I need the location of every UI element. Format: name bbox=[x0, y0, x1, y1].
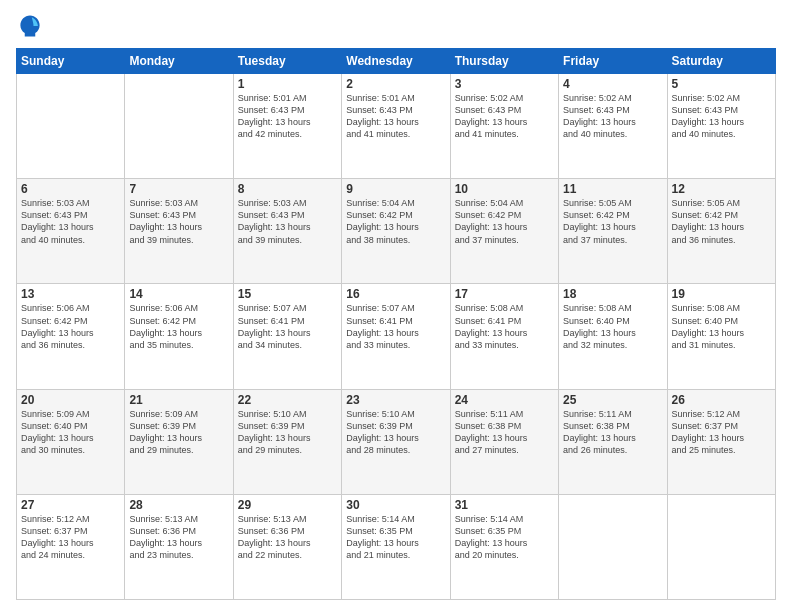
day-number: 2 bbox=[346, 77, 445, 91]
day-number: 17 bbox=[455, 287, 554, 301]
day-info: Sunrise: 5:14 AM Sunset: 6:35 PM Dayligh… bbox=[346, 513, 445, 562]
calendar-cell: 5Sunrise: 5:02 AM Sunset: 6:43 PM Daylig… bbox=[667, 74, 775, 179]
day-info: Sunrise: 5:02 AM Sunset: 6:43 PM Dayligh… bbox=[672, 92, 771, 141]
calendar-table: SundayMondayTuesdayWednesdayThursdayFrid… bbox=[16, 48, 776, 600]
day-number: 16 bbox=[346, 287, 445, 301]
weekday-header: Sunday bbox=[17, 49, 125, 74]
day-number: 11 bbox=[563, 182, 662, 196]
day-number: 4 bbox=[563, 77, 662, 91]
calendar-cell: 11Sunrise: 5:05 AM Sunset: 6:42 PM Dayli… bbox=[559, 179, 667, 284]
calendar-cell: 1Sunrise: 5:01 AM Sunset: 6:43 PM Daylig… bbox=[233, 74, 341, 179]
calendar-cell bbox=[559, 494, 667, 599]
day-number: 10 bbox=[455, 182, 554, 196]
calendar-cell: 21Sunrise: 5:09 AM Sunset: 6:39 PM Dayli… bbox=[125, 389, 233, 494]
day-number: 5 bbox=[672, 77, 771, 91]
weekday-header: Tuesday bbox=[233, 49, 341, 74]
calendar-cell: 25Sunrise: 5:11 AM Sunset: 6:38 PM Dayli… bbox=[559, 389, 667, 494]
weekday-header: Friday bbox=[559, 49, 667, 74]
header bbox=[16, 12, 776, 40]
day-info: Sunrise: 5:03 AM Sunset: 6:43 PM Dayligh… bbox=[238, 197, 337, 246]
calendar-cell: 27Sunrise: 5:12 AM Sunset: 6:37 PM Dayli… bbox=[17, 494, 125, 599]
weekday-header: Thursday bbox=[450, 49, 558, 74]
day-number: 25 bbox=[563, 393, 662, 407]
day-info: Sunrise: 5:13 AM Sunset: 6:36 PM Dayligh… bbox=[129, 513, 228, 562]
day-number: 19 bbox=[672, 287, 771, 301]
calendar-cell: 24Sunrise: 5:11 AM Sunset: 6:38 PM Dayli… bbox=[450, 389, 558, 494]
calendar-week-row: 1Sunrise: 5:01 AM Sunset: 6:43 PM Daylig… bbox=[17, 74, 776, 179]
calendar-cell: 8Sunrise: 5:03 AM Sunset: 6:43 PM Daylig… bbox=[233, 179, 341, 284]
calendar-cell: 12Sunrise: 5:05 AM Sunset: 6:42 PM Dayli… bbox=[667, 179, 775, 284]
calendar-cell: 30Sunrise: 5:14 AM Sunset: 6:35 PM Dayli… bbox=[342, 494, 450, 599]
day-number: 26 bbox=[672, 393, 771, 407]
calendar-cell: 26Sunrise: 5:12 AM Sunset: 6:37 PM Dayli… bbox=[667, 389, 775, 494]
day-number: 13 bbox=[21, 287, 120, 301]
day-info: Sunrise: 5:11 AM Sunset: 6:38 PM Dayligh… bbox=[455, 408, 554, 457]
day-number: 27 bbox=[21, 498, 120, 512]
day-info: Sunrise: 5:14 AM Sunset: 6:35 PM Dayligh… bbox=[455, 513, 554, 562]
day-info: Sunrise: 5:07 AM Sunset: 6:41 PM Dayligh… bbox=[346, 302, 445, 351]
day-number: 21 bbox=[129, 393, 228, 407]
day-number: 28 bbox=[129, 498, 228, 512]
calendar-cell: 7Sunrise: 5:03 AM Sunset: 6:43 PM Daylig… bbox=[125, 179, 233, 284]
day-info: Sunrise: 5:12 AM Sunset: 6:37 PM Dayligh… bbox=[672, 408, 771, 457]
day-number: 30 bbox=[346, 498, 445, 512]
calendar-cell: 18Sunrise: 5:08 AM Sunset: 6:40 PM Dayli… bbox=[559, 284, 667, 389]
day-number: 7 bbox=[129, 182, 228, 196]
day-info: Sunrise: 5:04 AM Sunset: 6:42 PM Dayligh… bbox=[455, 197, 554, 246]
day-info: Sunrise: 5:03 AM Sunset: 6:43 PM Dayligh… bbox=[21, 197, 120, 246]
calendar-week-row: 20Sunrise: 5:09 AM Sunset: 6:40 PM Dayli… bbox=[17, 389, 776, 494]
day-number: 9 bbox=[346, 182, 445, 196]
day-number: 29 bbox=[238, 498, 337, 512]
calendar-cell: 2Sunrise: 5:01 AM Sunset: 6:43 PM Daylig… bbox=[342, 74, 450, 179]
calendar-cell: 16Sunrise: 5:07 AM Sunset: 6:41 PM Dayli… bbox=[342, 284, 450, 389]
day-info: Sunrise: 5:08 AM Sunset: 6:41 PM Dayligh… bbox=[455, 302, 554, 351]
calendar-cell bbox=[125, 74, 233, 179]
calendar-cell: 28Sunrise: 5:13 AM Sunset: 6:36 PM Dayli… bbox=[125, 494, 233, 599]
day-number: 18 bbox=[563, 287, 662, 301]
weekday-header: Wednesday bbox=[342, 49, 450, 74]
weekday-header: Monday bbox=[125, 49, 233, 74]
calendar-cell bbox=[17, 74, 125, 179]
day-number: 31 bbox=[455, 498, 554, 512]
day-number: 24 bbox=[455, 393, 554, 407]
day-info: Sunrise: 5:05 AM Sunset: 6:42 PM Dayligh… bbox=[672, 197, 771, 246]
calendar-cell: 20Sunrise: 5:09 AM Sunset: 6:40 PM Dayli… bbox=[17, 389, 125, 494]
calendar-cell bbox=[667, 494, 775, 599]
day-info: Sunrise: 5:07 AM Sunset: 6:41 PM Dayligh… bbox=[238, 302, 337, 351]
calendar-week-row: 6Sunrise: 5:03 AM Sunset: 6:43 PM Daylig… bbox=[17, 179, 776, 284]
calendar-cell: 23Sunrise: 5:10 AM Sunset: 6:39 PM Dayli… bbox=[342, 389, 450, 494]
calendar-cell: 14Sunrise: 5:06 AM Sunset: 6:42 PM Dayli… bbox=[125, 284, 233, 389]
logo-icon bbox=[16, 12, 44, 40]
day-number: 22 bbox=[238, 393, 337, 407]
day-info: Sunrise: 5:06 AM Sunset: 6:42 PM Dayligh… bbox=[21, 302, 120, 351]
day-info: Sunrise: 5:06 AM Sunset: 6:42 PM Dayligh… bbox=[129, 302, 228, 351]
day-number: 20 bbox=[21, 393, 120, 407]
calendar-cell: 22Sunrise: 5:10 AM Sunset: 6:39 PM Dayli… bbox=[233, 389, 341, 494]
calendar-cell: 19Sunrise: 5:08 AM Sunset: 6:40 PM Dayli… bbox=[667, 284, 775, 389]
day-info: Sunrise: 5:02 AM Sunset: 6:43 PM Dayligh… bbox=[455, 92, 554, 141]
day-info: Sunrise: 5:12 AM Sunset: 6:37 PM Dayligh… bbox=[21, 513, 120, 562]
calendar-cell: 29Sunrise: 5:13 AM Sunset: 6:36 PM Dayli… bbox=[233, 494, 341, 599]
calendar-cell: 4Sunrise: 5:02 AM Sunset: 6:43 PM Daylig… bbox=[559, 74, 667, 179]
day-number: 6 bbox=[21, 182, 120, 196]
day-info: Sunrise: 5:08 AM Sunset: 6:40 PM Dayligh… bbox=[563, 302, 662, 351]
day-info: Sunrise: 5:09 AM Sunset: 6:39 PM Dayligh… bbox=[129, 408, 228, 457]
day-number: 1 bbox=[238, 77, 337, 91]
day-info: Sunrise: 5:10 AM Sunset: 6:39 PM Dayligh… bbox=[346, 408, 445, 457]
day-info: Sunrise: 5:05 AM Sunset: 6:42 PM Dayligh… bbox=[563, 197, 662, 246]
calendar-week-row: 13Sunrise: 5:06 AM Sunset: 6:42 PM Dayli… bbox=[17, 284, 776, 389]
calendar-cell: 31Sunrise: 5:14 AM Sunset: 6:35 PM Dayli… bbox=[450, 494, 558, 599]
day-info: Sunrise: 5:01 AM Sunset: 6:43 PM Dayligh… bbox=[238, 92, 337, 141]
page: SundayMondayTuesdayWednesdayThursdayFrid… bbox=[0, 0, 792, 612]
day-number: 15 bbox=[238, 287, 337, 301]
day-info: Sunrise: 5:08 AM Sunset: 6:40 PM Dayligh… bbox=[672, 302, 771, 351]
day-number: 12 bbox=[672, 182, 771, 196]
calendar-cell: 13Sunrise: 5:06 AM Sunset: 6:42 PM Dayli… bbox=[17, 284, 125, 389]
day-info: Sunrise: 5:02 AM Sunset: 6:43 PM Dayligh… bbox=[563, 92, 662, 141]
weekday-header: Saturday bbox=[667, 49, 775, 74]
day-info: Sunrise: 5:01 AM Sunset: 6:43 PM Dayligh… bbox=[346, 92, 445, 141]
calendar-header-row: SundayMondayTuesdayWednesdayThursdayFrid… bbox=[17, 49, 776, 74]
day-info: Sunrise: 5:11 AM Sunset: 6:38 PM Dayligh… bbox=[563, 408, 662, 457]
day-number: 14 bbox=[129, 287, 228, 301]
calendar-cell: 15Sunrise: 5:07 AM Sunset: 6:41 PM Dayli… bbox=[233, 284, 341, 389]
